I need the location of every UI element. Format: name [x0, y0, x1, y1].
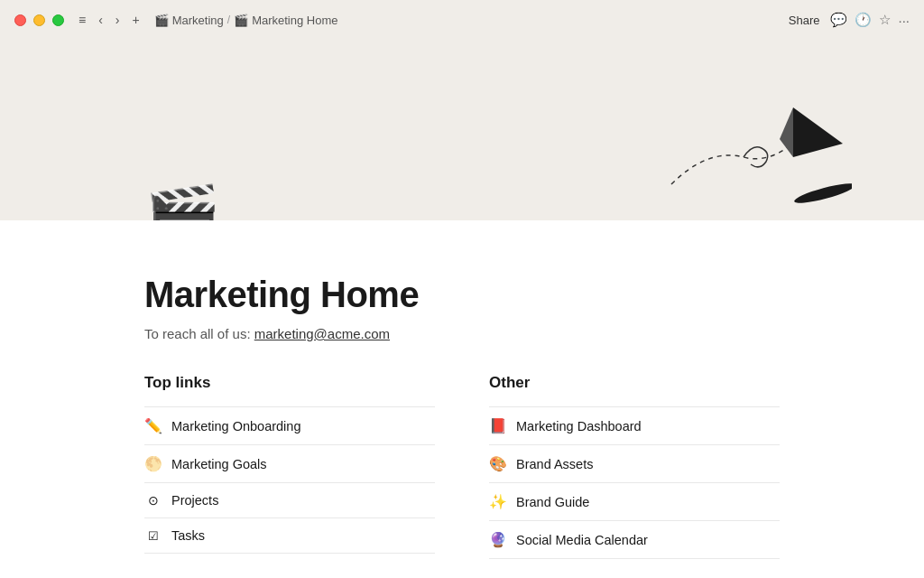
goals-label: Marketing Goals: [171, 457, 267, 471]
history-icon[interactable]: 🕐: [855, 12, 872, 28]
breadcrumb-separator: /: [227, 14, 230, 26]
hero-illustration: [653, 94, 852, 215]
svg-point-2: [793, 180, 852, 207]
onboarding-icon: ✏️: [144, 417, 162, 434]
social-media-icon: 🔮: [489, 531, 507, 548]
other-links-list: 📕 Marketing Dashboard 🎨 Brand Assets ✨ B…: [489, 406, 780, 559]
page-title: Marketing Home: [144, 275, 780, 315]
brand-guide-label: Brand Guide: [516, 495, 589, 509]
list-item[interactable]: 📕 Marketing Dashboard: [489, 407, 780, 445]
dashboard-label: Marketing Dashboard: [516, 419, 642, 434]
other-column: Other 📕 Marketing Dashboard 🎨 Brand Asse…: [489, 374, 780, 559]
brand-assets-icon: 🎨: [489, 455, 507, 472]
list-item[interactable]: ☑ Tasks: [144, 518, 435, 554]
content-area: 🎬 Marketing Home To reach all of us: mar…: [0, 40, 924, 578]
brand-assets-label: Brand Assets: [516, 457, 593, 471]
breadcrumb-marketing[interactable]: 🎬 Marketing: [154, 14, 224, 27]
columns-layout: Top links ✏️ Marketing Onboarding 🌕 Mark…: [144, 374, 780, 559]
page-body: Marketing Home To reach all of us: marke…: [0, 220, 924, 578]
nav-controls: ≡ ‹ › +: [75, 11, 143, 29]
brand-guide-icon: ✨: [489, 493, 507, 510]
page-subtitle: To reach all of us: marketing@acme.com: [144, 326, 780, 341]
list-item[interactable]: ⊙ Projects: [144, 483, 435, 518]
titlebar-actions: 💬 🕐 ☆ ···: [830, 12, 910, 28]
tasks-label: Tasks: [171, 528, 205, 543]
sidebar-toggle-icon[interactable]: ≡: [75, 11, 89, 29]
titlebar-right: Share 💬 🕐 ☆ ···: [789, 12, 910, 28]
list-item[interactable]: ✨ Brand Guide: [489, 483, 780, 521]
add-page-icon[interactable]: +: [129, 11, 143, 29]
svg-marker-0: [793, 107, 843, 157]
favorite-icon[interactable]: ☆: [879, 12, 891, 28]
list-item[interactable]: 🔮 Social Media Calendar: [489, 521, 780, 559]
page-icon: 🎬: [144, 186, 221, 220]
onboarding-label: Marketing Onboarding: [171, 419, 300, 434]
top-links-list: ✏️ Marketing Onboarding 🌕 Marketing Goal…: [144, 406, 435, 554]
list-item[interactable]: ✏️ Marketing Onboarding: [144, 407, 435, 445]
breadcrumb-marketing-label: Marketing: [172, 14, 224, 27]
close-button[interactable]: [14, 14, 26, 26]
email-link[interactable]: marketing@acme.com: [254, 326, 390, 341]
back-icon[interactable]: ‹: [95, 11, 106, 29]
tasks-icon: ☑: [144, 529, 162, 543]
svg-marker-1: [780, 107, 793, 157]
social-media-label: Social Media Calendar: [516, 533, 648, 547]
goals-icon: 🌕: [144, 455, 162, 472]
marketing-home-icon: 🎬: [234, 14, 248, 27]
comments-icon[interactable]: 💬: [830, 12, 847, 28]
list-item[interactable]: 🎨 Brand Assets: [489, 445, 780, 483]
hero-banner: 🎬: [0, 40, 924, 220]
projects-label: Projects: [171, 493, 218, 508]
marketing-page-icon: 🎬: [154, 14, 169, 27]
top-links-column: Top links ✏️ Marketing Onboarding 🌕 Mark…: [144, 374, 435, 559]
subtitle-prefix: To reach all of us:: [144, 326, 251, 341]
paper-plane-svg: [653, 94, 852, 211]
more-icon[interactable]: ···: [898, 13, 910, 28]
breadcrumb-current[interactable]: 🎬 Marketing Home: [234, 14, 337, 27]
share-button[interactable]: Share: [789, 14, 820, 27]
forward-icon[interactable]: ›: [112, 11, 124, 29]
breadcrumb-current-label: Marketing Home: [252, 14, 337, 27]
other-title: Other: [489, 374, 780, 392]
traffic-lights: [14, 14, 64, 26]
titlebar: ≡ ‹ › + 🎬 Marketing / 🎬 Marketing Home S…: [0, 0, 924, 40]
minimize-button[interactable]: [33, 14, 45, 26]
top-links-title: Top links: [144, 374, 435, 392]
dashboard-icon: 📕: [489, 417, 507, 434]
maximize-button[interactable]: [52, 14, 64, 26]
breadcrumb: 🎬 Marketing / 🎬 Marketing Home: [154, 14, 338, 27]
projects-icon: ⊙: [144, 493, 162, 508]
list-item[interactable]: 🌕 Marketing Goals: [144, 445, 435, 483]
